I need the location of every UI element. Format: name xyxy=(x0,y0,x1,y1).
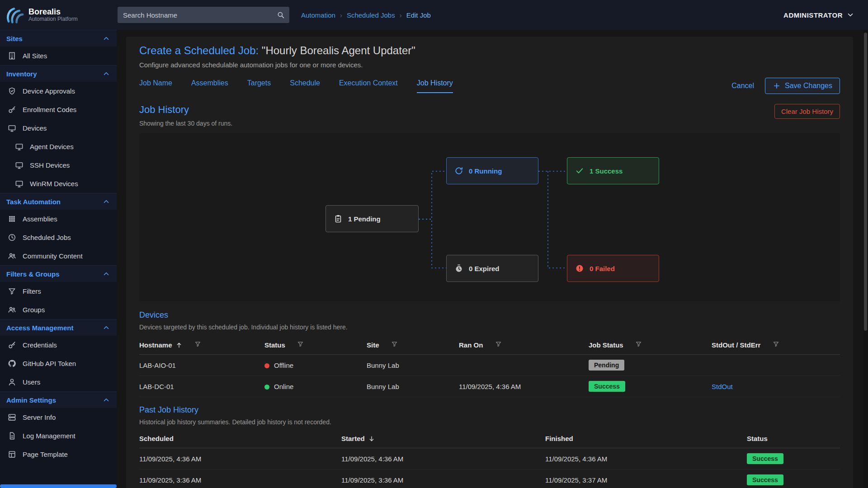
search-input[interactable] xyxy=(122,11,277,19)
job-history-heading: Job History Showing the last 30 days of … xyxy=(139,104,232,127)
tabs-row: Job Name Assemblies Targets Schedule Exe… xyxy=(139,78,840,94)
section-label: Task Automation xyxy=(6,198,61,206)
col-ran-on[interactable]: Ran On xyxy=(459,336,589,355)
topbar: Borealis Automation Platform Automation … xyxy=(0,0,868,30)
status-cell: Online xyxy=(264,376,367,397)
col-site[interactable]: Site xyxy=(367,336,459,355)
layout-icon xyxy=(8,450,16,459)
page-title: Create a Scheduled Job: "Hourly Borealis… xyxy=(139,44,840,57)
sort-asc-icon[interactable] xyxy=(175,342,183,349)
sidebar-item-community-content[interactable]: Community Content xyxy=(0,247,117,265)
tab-job-name[interactable]: Job Name xyxy=(139,79,172,93)
cancel-button[interactable]: Cancel xyxy=(731,82,754,90)
filter-icon[interactable] xyxy=(391,341,398,347)
col-started[interactable]: Started xyxy=(341,430,545,448)
tab-execution-context[interactable]: Execution Context xyxy=(339,79,398,93)
sort-desc-icon[interactable] xyxy=(368,435,375,442)
search-icon[interactable] xyxy=(277,11,285,19)
col-scheduled[interactable]: Scheduled xyxy=(139,430,341,448)
breadcrumb-edit-job[interactable]: Edit Job xyxy=(406,11,431,19)
sidebar-item-users[interactable]: Users xyxy=(0,373,117,391)
page-title-prefix: Create a Scheduled Job: xyxy=(139,44,259,56)
sidebar-item-credentials[interactable]: Credentials xyxy=(0,336,117,354)
sidebar-item-log-management[interactable]: Log Management xyxy=(0,427,117,445)
sidebar-item-page-template[interactable]: Page Template xyxy=(0,445,117,464)
sidebar-item-agent-devices[interactable]: Agent Devices xyxy=(0,137,117,156)
sidebar-item-label: Groups xyxy=(23,306,45,314)
sidebar-item-scheduled-jobs[interactable]: Scheduled Jobs xyxy=(0,228,117,247)
sidebar-item-server-info[interactable]: Server Info xyxy=(0,408,117,427)
job-status-cell: Success xyxy=(589,376,712,397)
breadcrumb-scheduled-jobs[interactable]: Scheduled Jobs xyxy=(347,11,395,19)
page-title-job-name: "Hourly Borealis Agent Updater" xyxy=(259,44,415,56)
col-label: Status xyxy=(747,435,768,442)
tab-targets[interactable]: Targets xyxy=(247,79,271,93)
tab-actions: Cancel Save Changes xyxy=(731,78,840,94)
page-scrollbar-track[interactable] xyxy=(863,30,868,488)
borealis-logo-icon xyxy=(5,5,24,25)
filter-icon[interactable] xyxy=(297,341,304,347)
sidebar-item-github-api-token[interactable]: GitHub API Token xyxy=(0,354,117,373)
col-job-status[interactable]: Job Status xyxy=(589,336,712,355)
tab-assemblies[interactable]: Assemblies xyxy=(191,79,228,93)
col-status[interactable]: Status xyxy=(264,336,367,355)
col-finished[interactable]: Finished xyxy=(545,430,747,448)
sidebar-item-label: Credentials xyxy=(23,341,57,349)
sidebar-section-filters-groups[interactable]: Filters & Groups xyxy=(0,265,117,282)
sidebar-section-admin-settings[interactable]: Admin Settings xyxy=(0,391,117,408)
col-past-status[interactable]: Status xyxy=(747,430,840,448)
sidebar-item-enrollment-codes[interactable]: Enrollment Codes xyxy=(0,100,117,119)
sidebar-section-sites[interactable]: Sites xyxy=(0,30,117,47)
sidebar-scrollbar[interactable] xyxy=(0,484,117,488)
sidebar-item-groups[interactable]: Groups xyxy=(0,300,117,319)
sidebar-item-all-sites[interactable]: All Sites xyxy=(0,47,117,65)
devices-header-row: Hostname Status Site Ran On xyxy=(139,336,840,355)
sidebar-item-label: Device Approvals xyxy=(23,87,75,95)
sidebar-item-assemblies[interactable]: Assemblies xyxy=(0,210,117,228)
status-cell: Offline xyxy=(264,355,367,376)
save-changes-button[interactable]: Save Changes xyxy=(765,78,840,94)
clear-job-history-button[interactable]: Clear Job History xyxy=(774,104,840,119)
tab-schedule[interactable]: Schedule xyxy=(290,79,320,93)
node-running: 0 Running xyxy=(446,157,538,184)
sidebar-section-task-automation[interactable]: Task Automation xyxy=(0,193,117,210)
breadcrumb-automation[interactable]: Automation xyxy=(301,11,335,19)
brand-text: Borealis Automation Platform xyxy=(28,7,78,23)
filter-icon[interactable] xyxy=(773,341,779,347)
breadcrumb-separator: › xyxy=(400,11,402,19)
breadcrumb: Automation › Scheduled Jobs › Edit Job xyxy=(301,11,431,19)
alert-icon xyxy=(575,264,584,273)
filter-icon[interactable] xyxy=(635,341,642,347)
sidebar-item-label: Devices xyxy=(23,124,47,132)
sidebar-item-winrm-devices[interactable]: WinRM Devices xyxy=(0,174,117,193)
filter-icon[interactable] xyxy=(495,341,502,347)
user-menu[interactable]: ADMINISTRATOR xyxy=(783,11,854,19)
stdout-cell: StdOut xyxy=(712,376,840,397)
page-scrollbar-thumb[interactable] xyxy=(864,33,867,331)
clock-icon xyxy=(8,233,16,242)
sidebar-item-devices[interactable]: Devices xyxy=(0,119,117,137)
finished-cell: 11/09/2025, 3:37 AM xyxy=(545,469,747,488)
sidebar-item-label: Enrollment Codes xyxy=(23,106,76,113)
sidebar-item-label: Server Info xyxy=(23,413,56,421)
col-stdout-stderr[interactable]: StdOut / StdErr xyxy=(712,336,840,355)
col-hostname[interactable]: Hostname xyxy=(139,336,264,355)
sidebar-item-device-approvals[interactable]: Device Approvals xyxy=(0,82,117,100)
stdout-cell xyxy=(712,355,840,376)
devices-title: Devices xyxy=(139,310,840,320)
sidebar-section-inventory[interactable]: Inventory xyxy=(0,65,117,82)
hostname-search[interactable] xyxy=(118,7,289,23)
stdout-link[interactable]: StdOut xyxy=(712,383,733,390)
clipboard-icon xyxy=(334,214,343,223)
status-badge: Success xyxy=(747,474,783,485)
tab-job-history[interactable]: Job History xyxy=(417,79,453,93)
sidebar-section-access-management[interactable]: Access Management xyxy=(0,319,117,336)
node-failed-label: 0 Failed xyxy=(590,265,615,272)
hostname-cell: LAB-DC-01 xyxy=(139,376,264,397)
sidebar-item-ssh-devices[interactable]: SSH Devices xyxy=(0,156,117,174)
filter-icon[interactable] xyxy=(194,341,201,347)
sidebar-item-filters[interactable]: Filters xyxy=(0,282,117,300)
monitor-icon xyxy=(8,124,16,132)
status-label: Offline xyxy=(274,361,293,369)
funnel-icon xyxy=(8,287,16,296)
